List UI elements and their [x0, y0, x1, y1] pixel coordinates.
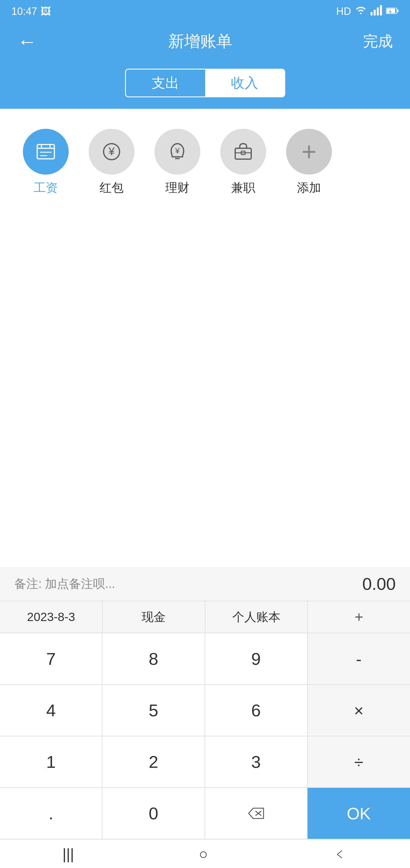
- status-bar: 10:47 🖼 HD: [0, 0, 410, 23]
- operator-plus-btn[interactable]: +: [308, 601, 410, 633]
- notes-row: 备注: 加点备注呗... 0.00: [0, 567, 410, 601]
- svg-rect-2: [377, 7, 379, 16]
- account-cell[interactable]: 个人账本: [206, 601, 308, 633]
- nav-bar: ||| ○ ﹤: [0, 839, 410, 868]
- key-ok[interactable]: OK: [308, 788, 410, 839]
- category-grid: 工资 ¥ 红包 ¥ 理财: [17, 123, 393, 202]
- date-cell[interactable]: 2023-8-3: [0, 601, 103, 633]
- key-1[interactable]: 1: [0, 736, 102, 788]
- svg-text:¥: ¥: [175, 146, 180, 155]
- image-icon: 🖼: [41, 5, 51, 18]
- category-hongbao[interactable]: ¥ 红包: [83, 129, 140, 196]
- battery-icon: [386, 5, 399, 18]
- key-2[interactable]: 2: [102, 736, 205, 788]
- hd-label: HD: [336, 5, 351, 18]
- hongbao-icon: ¥: [89, 129, 134, 175]
- finance-label: 理财: [165, 180, 189, 196]
- add-category[interactable]: + 添加: [280, 129, 338, 196]
- tab-bar: 支出 收入: [0, 60, 410, 109]
- wifi-icon: [355, 5, 367, 18]
- key-7[interactable]: 7: [0, 633, 102, 685]
- tab-expense[interactable]: 支出: [126, 69, 205, 96]
- category-salary[interactable]: 工资: [17, 129, 74, 196]
- salary-icon: [23, 129, 69, 175]
- done-button[interactable]: 完成: [363, 31, 393, 52]
- add-icon: +: [286, 129, 332, 175]
- keypad-header: 2023-8-3 现金 个人账本 +: [0, 601, 410, 633]
- tab-group: 支出 收入: [125, 69, 285, 97]
- category-parttime[interactable]: 兼职: [215, 129, 272, 196]
- parttime-label: 兼职: [231, 180, 255, 196]
- parttime-icon: [220, 129, 266, 175]
- tab-income[interactable]: 收入: [205, 69, 284, 96]
- key-8[interactable]: 8: [102, 633, 205, 685]
- category-finance[interactable]: ¥ 理财: [149, 129, 206, 196]
- amount-display: 0.00: [362, 574, 396, 594]
- key-0[interactable]: 0: [102, 788, 205, 839]
- key-5[interactable]: 5: [102, 685, 205, 736]
- svg-rect-18: [235, 148, 251, 159]
- finance-icon: ¥: [155, 129, 200, 175]
- add-label: 添加: [297, 180, 321, 196]
- svg-rect-1: [374, 10, 376, 16]
- app-header: ← 新增账单 完成: [0, 23, 410, 60]
- nav-back-button[interactable]: ﹤: [333, 844, 348, 864]
- key-dot[interactable]: .: [0, 788, 102, 839]
- svg-rect-3: [380, 5, 382, 16]
- key-6[interactable]: 6: [205, 685, 308, 736]
- key-3[interactable]: 3: [205, 736, 308, 788]
- svg-rect-6: [397, 9, 399, 12]
- key-divide[interactable]: ÷: [308, 736, 410, 788]
- svg-text:¥: ¥: [108, 145, 115, 157]
- page-title: 新增账单: [168, 31, 232, 52]
- back-button[interactable]: ←: [17, 30, 37, 53]
- key-4[interactable]: 4: [0, 685, 102, 736]
- salary-label: 工资: [34, 180, 58, 196]
- svg-rect-7: [37, 145, 54, 159]
- key-9[interactable]: 9: [205, 633, 308, 685]
- svg-rect-0: [371, 12, 373, 16]
- bottom-panel: 备注: 加点备注呗... 0.00 2023-8-3 现金 个人账本 + 7 8…: [0, 567, 410, 839]
- main-content: 工资 ¥ 红包 ¥ 理财: [0, 109, 410, 202]
- signal-icon: [371, 5, 382, 18]
- key-multiply[interactable]: ×: [308, 685, 410, 736]
- notes-label: 备注: 加点备注呗...: [14, 576, 115, 592]
- status-time: 10:47: [11, 5, 37, 18]
- status-right: HD: [336, 5, 399, 18]
- status-left: 10:47 🖼: [11, 5, 51, 18]
- keypad-grid: 7 8 9 - 4 5 6 × 1 2 3 ÷ . 0 OK: [0, 633, 410, 839]
- nav-menu-button[interactable]: |||: [62, 845, 74, 863]
- key-minus[interactable]: -: [308, 633, 410, 685]
- cash-cell[interactable]: 现金: [103, 601, 206, 633]
- key-backspace[interactable]: [205, 788, 308, 839]
- nav-home-button[interactable]: ○: [199, 845, 208, 863]
- hongbao-label: 红包: [100, 180, 124, 196]
